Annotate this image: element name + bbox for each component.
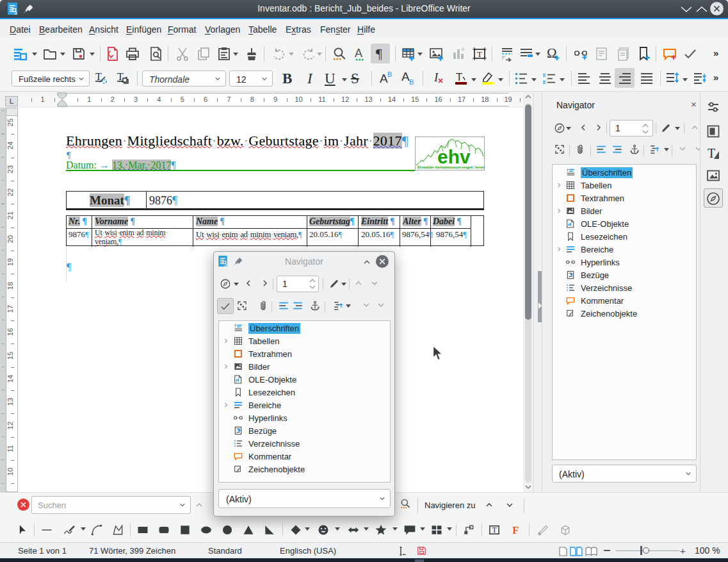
svg-text:ehv: ehv	[437, 146, 471, 167]
svg-text:Ehrwalder Heimatmuseum eingetr: Ehrwalder Heimatmuseum eingetr. Verein	[417, 165, 484, 169]
